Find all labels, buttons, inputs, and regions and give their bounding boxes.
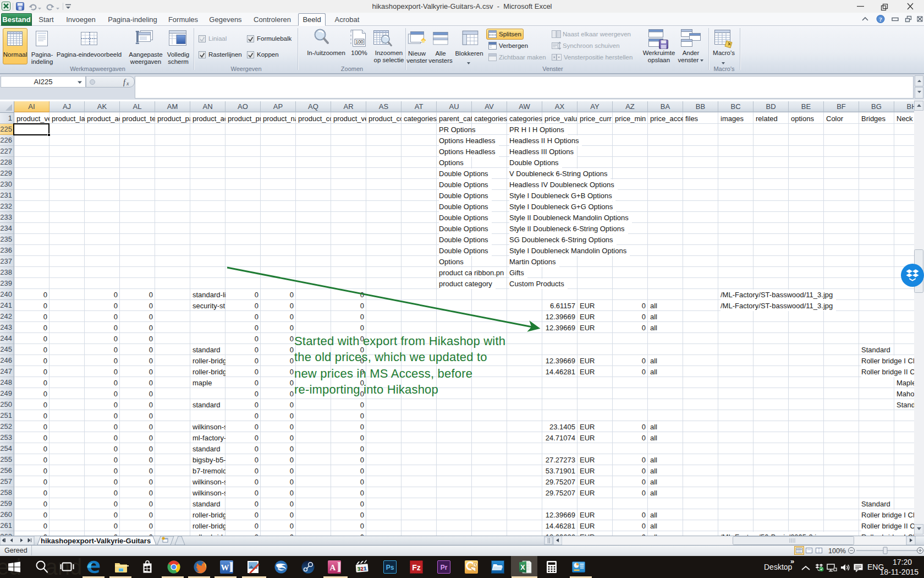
- svg-text:Fz: Fz: [412, 563, 421, 572]
- svg-text:Ps: Ps: [386, 564, 394, 571]
- svg-text:A: A: [330, 563, 336, 572]
- svg-text:X: X: [520, 564, 525, 571]
- svg-text:Pr: Pr: [441, 564, 448, 571]
- svg-text:W: W: [221, 563, 229, 572]
